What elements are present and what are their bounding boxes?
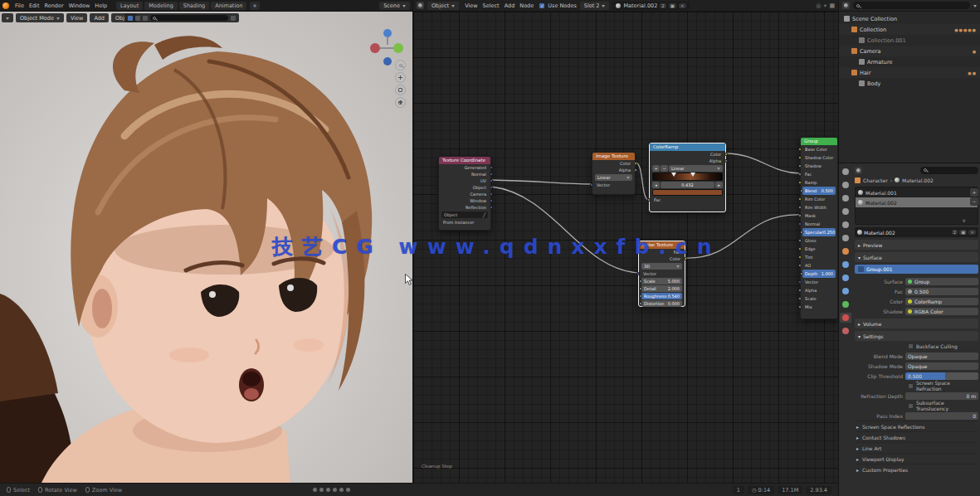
node-input-row[interactable]: Shadow <box>801 162 837 170</box>
node-socket[interactable] <box>724 153 728 156</box>
node-socket[interactable] <box>490 186 493 189</box>
node-socket[interactable] <box>798 206 802 209</box>
node-value-slider[interactable]: Roughness 0.540 <box>641 293 682 299</box>
gradient-stop-marker[interactable] <box>671 173 676 179</box>
panel-volume[interactable]: ▸ Volume <box>855 319 978 328</box>
node-input-row[interactable]: AO <box>801 261 837 270</box>
outliner-row[interactable]: Body <box>839 78 980 89</box>
node-input-row[interactable]: Depth 1.000 <box>802 270 836 278</box>
material-datablock[interactable]: Material.002 2 ▣ × <box>612 2 689 10</box>
shader-editor-menu[interactable]: View <box>462 2 480 9</box>
node-input-row[interactable]: Gloss <box>801 236 837 245</box>
outliner-row[interactable]: Collection ●●●●● <box>839 24 980 35</box>
node-input-row[interactable]: Specular 0.250 <box>802 228 836 236</box>
header-tool-icon[interactable]: ⌖ <box>823 2 826 9</box>
collapsed-panel[interactable]: ▸ Viewport Display <box>855 453 978 464</box>
node-socket[interactable] <box>639 294 642 298</box>
material-slot[interactable]: Material.002 <box>856 197 978 207</box>
node-header[interactable]: Image Texture <box>592 153 635 160</box>
collapsed-panel[interactable]: ▸ Contact Shadows <box>855 431 978 442</box>
topbar-menu[interactable]: Help <box>92 2 110 9</box>
properties-tab-icon[interactable] <box>840 286 851 296</box>
collapsed-panel[interactable]: ▸ Screen Space Reflections <box>855 421 978 431</box>
node-image-texture[interactable]: Image Texture Color Alpha Linear <box>592 152 636 195</box>
surface-input-field[interactable]: ColorRamp <box>905 298 978 305</box>
snap-icon[interactable] <box>135 16 140 21</box>
node-input-row[interactable]: Rim Width <box>801 203 837 212</box>
topbar-menu[interactable]: Render <box>41 2 66 9</box>
node-socket[interactable] <box>798 289 802 292</box>
object-icon[interactable] <box>855 177 861 183</box>
topbar-menu[interactable]: Window <box>66 2 93 9</box>
node-socket[interactable] <box>490 179 493 182</box>
color-ramp-gradient[interactable] <box>652 173 723 181</box>
properties-tab-icon[interactable] <box>840 246 851 256</box>
add-stop-button[interactable]: + <box>652 165 660 172</box>
properties-tab-icon[interactable] <box>840 260 851 270</box>
node-socket[interactable] <box>647 198 651 202</box>
dimensions-dropdown[interactable]: 3D <box>641 263 682 270</box>
node-input-row[interactable]: Mix <box>801 303 837 311</box>
properties-tab-icon[interactable] <box>840 326 851 336</box>
users-count-badge[interactable]: 2 <box>952 230 958 235</box>
settings-field[interactable]: Subsurface Translucency <box>905 402 978 410</box>
node-value-slider[interactable]: Detail 2.000 <box>641 285 682 292</box>
node-socket[interactable] <box>798 148 802 151</box>
outliner-search-input[interactable] <box>853 2 970 9</box>
node-value-slider[interactable]: Scale 5.000 <box>641 278 682 284</box>
topbar-menu[interactable]: File <box>12 2 27 9</box>
node-socket[interactable] <box>636 272 640 275</box>
editor-type-button[interactable] <box>2 13 13 22</box>
node-socket[interactable] <box>798 164 802 168</box>
unlink-icon[interactable]: × <box>679 3 686 8</box>
node-socket[interactable] <box>798 297 802 300</box>
zoom-button[interactable] <box>395 60 406 71</box>
object-field[interactable]: Object ╱ <box>441 212 488 218</box>
proportional-edit-icon[interactable] <box>143 16 148 21</box>
fake-user-shield-icon[interactable]: ▣ <box>959 230 967 235</box>
collapsed-panel[interactable]: ▸ Custom Properties <box>855 464 978 474</box>
header-tool-icon[interactable]: ▦ <box>829 2 835 9</box>
perspective-toggle-button[interactable] <box>395 97 406 108</box>
topbar-menu[interactable]: Edit <box>27 2 42 9</box>
properties-tab-icon[interactable] <box>840 207 851 216</box>
camera-view-button[interactable] <box>395 85 406 95</box>
node-group[interactable]: Group Base Color Shadow Color <box>800 137 838 319</box>
panel-settings[interactable]: ▾ Settings <box>855 331 978 341</box>
node-texture-coordinate[interactable]: Texture Coordinate Generated Normal UV <box>438 156 491 231</box>
node-socket[interactable] <box>798 156 802 159</box>
node-socket[interactable] <box>798 173 802 176</box>
node-socket[interactable] <box>639 302 642 305</box>
node-socket[interactable] <box>798 247 802 250</box>
outliner-row[interactable]: Scene Collection <box>839 13 980 24</box>
node-socket[interactable] <box>490 173 493 176</box>
settings-field[interactable]: Backface Culling <box>905 343 978 350</box>
settings-field[interactable]: Opaque <box>905 362 978 370</box>
eyedropper-icon[interactable]: ╱ <box>483 212 485 218</box>
node-socket[interactable] <box>798 264 802 267</box>
node-input-row[interactable]: Tint <box>801 253 837 261</box>
node-header[interactable]: Texture Coordinate <box>439 157 490 164</box>
users-count-badge[interactable]: 2 <box>660 3 666 8</box>
node-socket[interactable] <box>490 192 493 196</box>
outliner-row[interactable]: Hair ●● <box>839 67 980 78</box>
node-input-row[interactable]: Scale <box>801 294 837 303</box>
node-input-row[interactable]: Fac <box>801 170 837 178</box>
shader-editor-type-icon[interactable] <box>417 2 424 9</box>
material-slot-dropdown[interactable]: Slot 2 <box>580 2 610 10</box>
node-color-ramp[interactable]: ColorRamp Color Alpha + − <box>649 143 726 212</box>
node-socket[interactable] <box>490 166 493 169</box>
properties-tab-icon[interactable] <box>840 313 851 323</box>
scene-selector[interactable]: Scene <box>379 2 410 10</box>
outliner-editor-type-icon[interactable] <box>842 2 850 9</box>
node-input-row[interactable]: Blend 0.500 <box>802 187 836 195</box>
node-input-row[interactable]: Edge <box>801 245 837 253</box>
material-slot[interactable]: Material.001 <box>856 187 978 197</box>
outliner-row[interactable]: Armature <box>839 56 980 67</box>
mode-dropdown[interactable]: Object Mode <box>16 13 64 22</box>
gradient-stop-marker[interactable] <box>690 173 695 179</box>
node-socket[interactable] <box>800 272 803 275</box>
add-slot-button[interactable]: + <box>970 188 978 197</box>
settings-field[interactable]: Opaque <box>905 353 978 360</box>
select-tool-icon[interactable] <box>128 16 133 21</box>
